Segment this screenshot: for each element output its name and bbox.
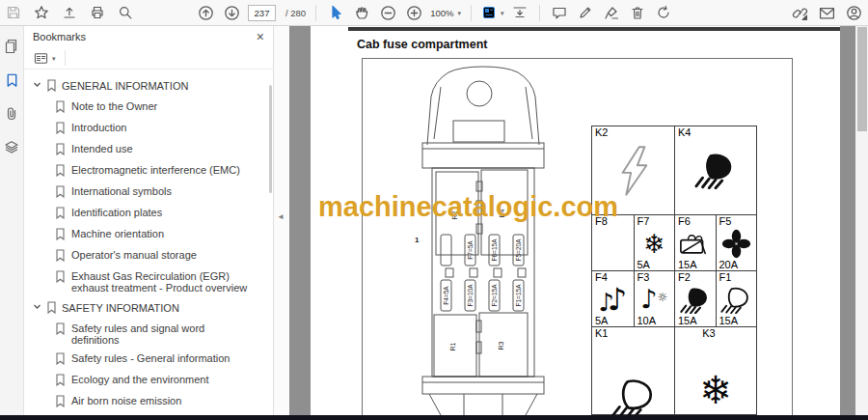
layers-button[interactable] <box>2 138 21 157</box>
toolbar: / 280 100% ▾ ▾ <box>0 0 868 26</box>
previous-page-button[interactable] <box>196 3 215 22</box>
fuse-strip-label: F5=20A <box>515 238 522 262</box>
bookmark-icon <box>46 301 57 316</box>
upload-icon <box>62 5 77 20</box>
page-display-dropdown[interactable]: ▾ <box>481 5 504 20</box>
search-button[interactable] <box>116 3 135 22</box>
edit-button[interactable] <box>576 3 595 22</box>
save-icon <box>6 5 21 20</box>
document-scrollbar-thumb[interactable] <box>857 27 867 131</box>
favorite-button[interactable] <box>32 3 51 22</box>
fuse-amp: 15A <box>678 315 697 326</box>
bookmark-item[interactable]: Exhaust Gas Recirculation (EGR) exhaust … <box>24 267 273 297</box>
bookmark-item[interactable]: Operator's manual storage <box>24 246 273 267</box>
headlight-outline-icon <box>719 287 752 314</box>
arrow-down-circle-icon <box>224 5 240 21</box>
document-scrollbar-track[interactable] <box>855 25 868 415</box>
bookmark-item[interactable]: Safety rules - General information <box>24 350 273 371</box>
bookmarks-panel-header: Bookmarks × <box>24 25 273 47</box>
bookmark-item[interactable]: Note to the Owner <box>24 98 273 119</box>
headlight-filled-icon <box>679 287 712 314</box>
zoom-out-button[interactable] <box>378 3 397 22</box>
sign-button[interactable] <box>602 3 621 22</box>
bookmarks-options-button[interactable] <box>32 49 49 67</box>
bookmark-item[interactable]: Machine orientation <box>24 225 273 246</box>
document-viewport[interactable]: Cab fuse compartment R2 R4 1 <box>289 25 868 415</box>
bookmark-item[interactable]: Air born noise emission <box>24 392 273 413</box>
pdf-page: Cab fuse compartment R2 R4 1 <box>311 25 840 415</box>
select-tool-button[interactable] <box>326 3 345 22</box>
hand-tool-button[interactable] <box>352 3 371 22</box>
next-page-button[interactable] <box>222 3 241 22</box>
comment-bubble-icon <box>552 5 567 20</box>
minus-circle-icon <box>380 5 396 21</box>
fuse-id: F7 <box>637 215 650 227</box>
email-button[interactable] <box>817 3 836 22</box>
toolbar-file-group <box>4 0 135 25</box>
page-number-input[interactable] <box>248 5 276 21</box>
fuse-id: F6 <box>678 215 691 227</box>
zoom-in-button[interactable] <box>404 3 423 22</box>
print-button[interactable] <box>88 3 107 22</box>
fit-width-button[interactable] <box>510 3 529 22</box>
bookmark-icon <box>55 100 66 115</box>
share-link-button[interactable] <box>790 3 809 22</box>
mail-icon <box>819 5 835 21</box>
refresh-button[interactable] <box>654 3 673 22</box>
collapse-left-icon: ◄ <box>277 212 285 221</box>
figure-callout-1: 1 <box>415 236 420 244</box>
bookmark-item[interactable]: Intended use <box>24 140 273 161</box>
relay-label-r3: R3 <box>498 341 504 350</box>
account-button[interactable] <box>844 3 863 22</box>
bookmark-section-general-information[interactable]: GENERAL INFORMATION <box>24 75 273 98</box>
star-icon <box>34 5 49 20</box>
delete-button[interactable] <box>628 3 647 22</box>
save-button[interactable] <box>4 3 23 22</box>
arrow-up-circle-icon <box>198 5 214 21</box>
bookmark-section-safety-information[interactable]: SAFETY INFORMATION <box>24 297 273 320</box>
fuse-amp: 5A <box>637 259 650 270</box>
chevron-down-icon: ▾ <box>52 55 56 62</box>
paperclip-icon <box>4 106 19 122</box>
bookmark-item[interactable]: International symbols <box>24 182 273 204</box>
chevron-down-icon <box>33 79 41 91</box>
close-panel-button[interactable]: × <box>257 30 264 43</box>
page-thumbnails-button[interactable] <box>2 37 21 56</box>
pages-icon <box>4 39 19 54</box>
fuse-cell-k3-body: K3 ❄ <box>699 327 732 415</box>
bookmarks-panel-button[interactable] <box>2 70 21 90</box>
chevron-down-icon: ▾ <box>501 10 504 16</box>
collapse-panel-button[interactable]: ◄ <box>277 212 285 221</box>
pdf-viewer-window: / 280 100% ▾ ▾ <box>0 0 868 420</box>
zoom-level-dropdown[interactable]: 100% ▾ <box>430 8 461 18</box>
bookmark-item[interactable]: Electromagnetic interference (EMC) <box>24 161 273 182</box>
panel-scrollbar-thumb[interactable] <box>269 85 272 193</box>
toolbar-separator <box>315 5 316 21</box>
bookmark-icon <box>55 185 66 200</box>
bookmark-icon <box>55 270 66 285</box>
bookmark-item[interactable]: Introduction <box>24 119 273 140</box>
bookmark-icon <box>55 374 66 388</box>
bookmarks-panel: Bookmarks × ▾ GENERAL INFORMATION Note t… <box>24 25 274 415</box>
bookmarks-options-row: ▾ <box>24 47 273 70</box>
bookmark-section-label: SAFETY INFORMATION <box>62 301 179 314</box>
upload-button[interactable] <box>60 3 79 22</box>
fuse-amp: 15A <box>678 259 697 270</box>
bookmark-icon <box>55 249 66 264</box>
fuse-amp: 10A <box>637 315 657 326</box>
bookmark-item-label: Intended use <box>71 143 133 154</box>
music-note-icon: ♪ <box>640 286 657 312</box>
page-heading: Cab fuse compartment <box>357 38 487 51</box>
comment-button[interactable] <box>550 3 569 22</box>
bookmark-item[interactable]: Safety rules and signal word definitions <box>24 320 273 350</box>
fit-width-icon <box>512 5 528 20</box>
bookmark-item[interactable]: Ecology and the environment <box>24 371 273 392</box>
rear-wiper-washer-icon <box>679 231 712 257</box>
fuse-id: K2 <box>595 126 608 138</box>
bookmark-item[interactable]: Identification plates <box>24 204 273 225</box>
attachments-button[interactable] <box>2 104 21 124</box>
bookmark-item-label: Safety rules - General information <box>71 352 230 364</box>
fuse-amp: 20A <box>719 259 739 270</box>
fuse-id: K1 <box>595 327 608 339</box>
fuse-strip-label: F2=15A <box>491 284 498 307</box>
